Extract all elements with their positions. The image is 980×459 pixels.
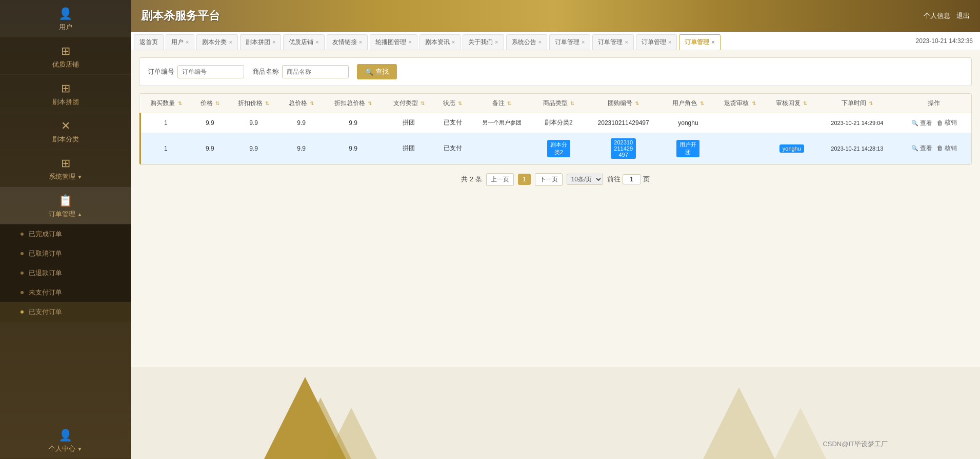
tab-order-mgmt-3-close[interactable]: × (668, 39, 671, 45)
tab-script-news[interactable]: 剧本资讯 × (419, 34, 461, 50)
sort-icon[interactable]: ⇅ (803, 100, 807, 106)
tab-script-group[interactable]: 剧本拼团 × (240, 34, 281, 50)
sort-icon[interactable]: ⇅ (700, 100, 704, 106)
tab-system-notice[interactable]: 系统公告 × (506, 34, 547, 50)
next-page-btn[interactable]: 下一页 (535, 173, 563, 186)
sidebar-item-refunded-orders[interactable]: 已退款订单 (0, 263, 131, 283)
cancel-icon: 🗑 (937, 119, 943, 127)
sidebar-item-personal-center[interactable]: 👤 个人中心 ▼ (0, 422, 131, 459)
cell-order-time: 2023-10-21 14:29:04 (817, 113, 896, 133)
tab-script-news-label: 剧本资讯 (425, 38, 450, 47)
sidebar-item-script-category[interactable]: ✕ 剧本分类 (0, 112, 131, 150)
view-btn-row1[interactable]: 🔍 查看 (911, 119, 932, 128)
tab-order-mgmt-2-close[interactable]: × (625, 39, 628, 45)
tab-order-mgmt-1-label: 订单管理 (555, 38, 579, 47)
order-mgmt-arrow: ▲ (77, 212, 83, 217)
tab-friendship-link-label: 友情链接 (332, 38, 357, 47)
tab-friendship-link[interactable]: 友情链接 × (327, 34, 368, 50)
col-return-audit: 退货审核 ⇅ (714, 94, 766, 113)
tab-about-us-close[interactable]: × (495, 39, 498, 45)
cell-actions: 🔍 查看 🗑 核销 (897, 113, 971, 133)
prev-page-btn[interactable]: 上一页 (486, 173, 514, 186)
cell-pay-type: 拼团 (383, 133, 435, 164)
cell-actions: 🔍 查看 🗑 核销 (897, 133, 971, 164)
refunded-orders-label: 已退款订单 (29, 268, 62, 278)
sort-icon[interactable]: ⇅ (310, 100, 314, 106)
tab-script-group-close[interactable]: × (272, 39, 275, 45)
tab-order-mgmt-1-close[interactable]: × (582, 39, 585, 45)
logout-link[interactable]: 退出 (956, 11, 970, 20)
sidebar-label-personal-center: 个人中心 (49, 444, 75, 453)
tab-order-mgmt-4-label: 订单管理 (685, 38, 709, 47)
jump-input[interactable] (623, 174, 641, 184)
view-btn-row2[interactable]: 🔍 查看 (911, 144, 932, 153)
sidebar-item-premium-store[interactable]: ⊞ 优质店铺 (0, 37, 131, 75)
col-total-price: 总价格 ⇅ (279, 94, 323, 113)
tab-friendship-link-close[interactable]: × (359, 39, 362, 45)
sort-icon[interactable]: ⇅ (178, 100, 182, 106)
tab-order-mgmt-4-close[interactable]: × (711, 39, 714, 45)
sort-icon[interactable]: ⇅ (458, 100, 462, 106)
sidebar-item-cancelled-orders[interactable]: 已取消订单 (0, 244, 131, 263)
cell-remark: 另一个用户参团 (471, 113, 533, 133)
tab-carousel-close[interactable]: × (408, 39, 411, 45)
tab-user-close[interactable]: × (186, 39, 189, 45)
sidebar-label-system-mgmt: 系统管理 (49, 172, 75, 181)
tab-premium-store[interactable]: 优质店铺 × (283, 34, 324, 50)
product-name-input[interactable] (282, 65, 349, 78)
pagination: 共 2 条 上一页 1 下一页 10条/页 20条/页 50条/页 前往 页 (139, 165, 972, 194)
tab-script-category-close[interactable]: × (229, 39, 232, 45)
sidebar-item-order-mgmt[interactable]: 📋 订单管理 ▲ (0, 187, 131, 224)
page-1-btn[interactable]: 1 (518, 174, 531, 185)
col-status: 状态 ⇅ (435, 94, 471, 113)
tab-script-category[interactable]: 剧本分类 × (196, 34, 237, 50)
view-icon: 🔍 (911, 145, 918, 152)
sort-icon[interactable]: ⇅ (570, 100, 574, 106)
sidebar-item-completed-orders[interactable]: 已完成订单 (0, 224, 131, 244)
cancel-btn-row1[interactable]: 🗑 核销 (937, 118, 957, 127)
cell-quantity: 1 (141, 113, 192, 133)
tab-home[interactable]: 返首页 (134, 34, 164, 50)
col-quantity: 购买数量 ⇅ (141, 94, 192, 113)
search-button[interactable]: 🔍 查找 (357, 64, 397, 79)
cell-price: 9.9 (192, 133, 228, 164)
header: 剧本杀服务平台 个人信息 退出 (131, 0, 980, 32)
col-action: 操作 (897, 94, 971, 113)
sort-icon[interactable]: ⇅ (265, 100, 269, 106)
order-sub-menu: 已完成订单 已取消订单 已退款订单 未支付订单 已支付订单 (0, 224, 131, 322)
tab-script-news-close[interactable]: × (452, 39, 455, 45)
personal-info-link[interactable]: 个人信息 (924, 11, 950, 20)
tab-system-notice-close[interactable]: × (538, 39, 542, 45)
sort-icon[interactable]: ⇅ (752, 100, 756, 106)
tab-carousel-label: 轮播图管理 (375, 38, 406, 47)
page-size-select[interactable]: 10条/页 20条/页 50条/页 (567, 174, 603, 185)
sidebar-item-system-mgmt[interactable]: ⊞ 系统管理 ▼ (0, 150, 131, 187)
sidebar-item-unpaid-orders[interactable]: 未支付订单 (0, 283, 131, 302)
cell-user-role: 用户开团 (662, 133, 714, 164)
tab-premium-store-close[interactable]: × (315, 39, 318, 45)
cancel-btn-row2[interactable]: 🗑 核销 (937, 144, 957, 153)
sidebar-item-paid-orders[interactable]: 已支付订单 (0, 302, 131, 322)
tab-carousel[interactable]: 轮播图管理 × (370, 34, 417, 50)
sort-icon[interactable]: ⇅ (635, 100, 639, 106)
order-no-input[interactable] (177, 65, 244, 78)
main-content: 剧本杀服务平台 个人信息 退出 返首页 用户 × 剧本分类 × 剧本拼团 × 优… (131, 0, 980, 459)
tab-order-mgmt-4[interactable]: 订单管理 × (679, 34, 720, 50)
sort-icon[interactable]: ⇅ (215, 100, 219, 106)
tab-order-mgmt-2[interactable]: 订单管理 × (592, 34, 633, 50)
col-order-time: 下单时间 ⇅ (817, 94, 896, 113)
tab-script-group-label: 剧本拼团 (246, 38, 270, 47)
tab-order-mgmt-3[interactable]: 订单管理 × (636, 34, 677, 50)
sort-icon[interactable]: ⇅ (421, 100, 425, 106)
sidebar-item-user[interactable]: 👤 用户 (0, 0, 131, 37)
tab-about-us[interactable]: 关于我们 × (463, 34, 504, 50)
tab-order-mgmt-1[interactable]: 订单管理 × (549, 34, 590, 50)
tab-user[interactable]: 用户 × (166, 34, 194, 50)
sort-icon[interactable]: ⇅ (368, 100, 372, 106)
sort-icon[interactable]: ⇅ (507, 100, 511, 106)
cancel-icon: 🗑 (937, 144, 943, 152)
cell-audit-reply (766, 113, 817, 133)
sort-icon[interactable]: ⇅ (869, 100, 873, 106)
sidebar-item-script-group[interactable]: ⊞ 剧本拼团 (0, 75, 131, 112)
tab-system-notice-label: 系统公告 (512, 38, 536, 47)
